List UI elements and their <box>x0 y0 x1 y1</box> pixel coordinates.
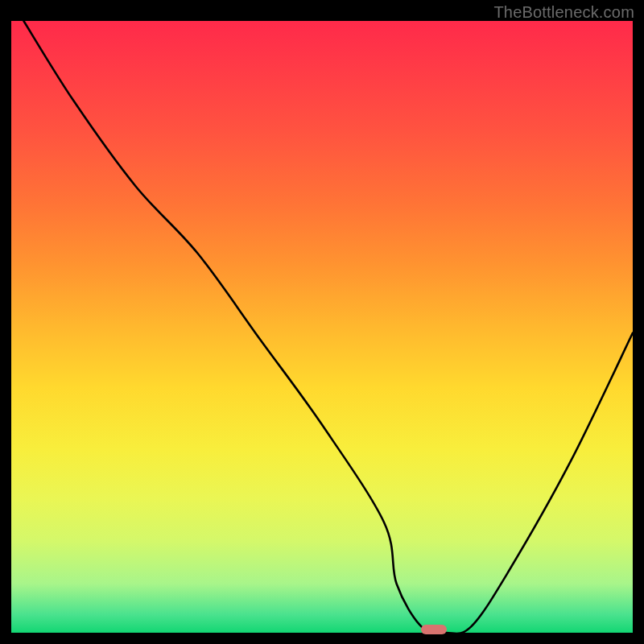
optimum-marker <box>421 625 447 634</box>
curve-path <box>23 21 633 633</box>
watermark-text: TheBottleneck.com <box>493 3 634 22</box>
bottleneck-curve <box>11 21 633 633</box>
chart-frame: TheBottleneck.com <box>0 0 644 644</box>
plot-area <box>11 21 633 633</box>
